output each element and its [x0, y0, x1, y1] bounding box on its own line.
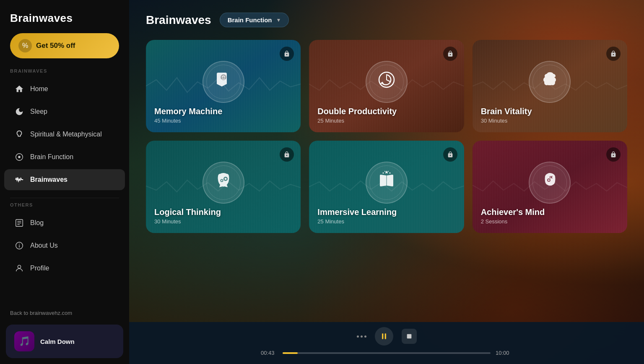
lock-badge-3 [606, 47, 621, 61]
section-label-brainwaves: BRAINWAVES [0, 68, 129, 78]
brain-icon [539, 69, 561, 95]
svg-point-27 [550, 177, 551, 178]
head-settings-icon [539, 170, 561, 196]
info-icon [14, 241, 24, 251]
card-meta-3: 30 Minutes [481, 118, 619, 124]
sidebar-item-profile[interactable]: Profile [4, 258, 125, 279]
page-title: Brainwaves [146, 13, 211, 27]
sidebar-item-home[interactable]: Home [4, 79, 125, 100]
sidebar-item-label-home: Home [30, 85, 48, 93]
chevron-down-icon: ▼ [276, 17, 281, 23]
svg-rect-32 [407, 334, 411, 339]
sidebar-item-blog[interactable]: Blog [4, 212, 125, 233]
dot-3 [364, 335, 366, 338]
card-icon-2 [366, 61, 408, 103]
head-gears-icon [213, 170, 234, 196]
card-name-3: Brain Vitality [481, 107, 619, 116]
player-controls [357, 327, 417, 346]
svg-point-11 [222, 78, 223, 79]
svg-point-9 [18, 265, 21, 268]
profile-icon [14, 263, 24, 273]
card-icon-3 [529, 61, 571, 103]
card-meta-4: 30 Minutes [154, 218, 292, 225]
progress-fill [283, 352, 298, 354]
player-bar: 00:43 10:00 [129, 322, 644, 364]
dot-1 [357, 335, 359, 338]
card-brain-vitality[interactable]: Brain Vitality 30 Minutes [473, 40, 627, 132]
cards-grid: Memory Machine 45 Minutes [146, 40, 627, 233]
pause-button[interactable] [375, 327, 393, 346]
progress-row: 00:43 10:00 [261, 350, 512, 356]
sidebar-item-brainwaves[interactable]: Brainwaves [4, 169, 125, 190]
clock-fast-icon [376, 69, 397, 95]
page-header: Brainwaves Brain Function ▼ [146, 13, 627, 27]
app-title: Brainwaves [10, 12, 119, 25]
card-meta-1: 45 Minutes [154, 118, 292, 124]
promo-button[interactable]: % Get 50% off [10, 33, 119, 58]
sidebar-item-about[interactable]: About Us [4, 235, 125, 256]
svg-rect-30 [382, 333, 383, 339]
blog-icon [14, 218, 24, 228]
card-icon-4 [203, 162, 244, 204]
card-immersive-learning[interactable]: Immersive Learning 25 Minutes [309, 141, 464, 233]
svg-point-12 [224, 78, 225, 79]
card-meta-5: 25 Minutes [317, 218, 455, 225]
mini-player-thumb: 🎵 [14, 331, 34, 351]
card-name-2: Double Productivity [317, 107, 455, 116]
sidebar-item-label-about: About Us [30, 242, 58, 249]
back-link[interactable]: Back to brainwavehz.com [0, 306, 129, 320]
card-name-4: Logical Thinking [154, 207, 292, 217]
card-meta-2: 25 Minutes [317, 118, 455, 124]
sidebar-item-brain-function[interactable]: Brain Function [4, 147, 125, 168]
svg-point-8 [19, 244, 20, 244]
svg-point-23 [389, 173, 390, 174]
promo-label: Get 50% off [36, 42, 75, 50]
spiritual-icon [14, 129, 24, 139]
lock-badge-6 [606, 147, 621, 162]
promo-icon: % [18, 39, 32, 52]
book-brain-icon [213, 70, 234, 94]
book-sparkle-icon [376, 170, 397, 196]
main-content-area: Brainwaves Brain Function ▼ [129, 0, 644, 364]
sidebar-header: Brainwaves [0, 0, 129, 33]
card-memory-machine[interactable]: Memory Machine 45 Minutes [146, 40, 301, 132]
sidebar: Brainwaves % Get 50% off BRAINWAVES Home… [0, 0, 129, 364]
card-logical-thinking[interactable]: Logical Thinking 30 Minutes [146, 141, 301, 233]
sidebar-item-sleep[interactable]: Sleep [4, 101, 125, 122]
current-time: 00:43 [261, 350, 278, 356]
svg-point-29 [548, 179, 550, 181]
stop-button[interactable] [402, 329, 417, 344]
sidebar-item-label-spiritual: Spiritual & Metaphysical [30, 131, 102, 138]
brainwaves-icon [14, 175, 24, 185]
svg-point-22 [382, 173, 384, 174]
sidebar-item-label-profile: Profile [30, 264, 49, 272]
svg-point-1 [18, 156, 21, 158]
card-achievers-mind[interactable]: Achiever's Mind 2 Sessions [473, 141, 627, 233]
svg-point-17 [224, 178, 226, 180]
main-content: Brainwaves Brain Function ▼ [129, 0, 644, 322]
total-time: 10:00 [496, 350, 512, 356]
card-double-productivity[interactable]: Double Productivity 25 Minutes [309, 40, 464, 132]
lock-badge-2 [443, 47, 457, 61]
mini-player[interactable]: 🎵 Calm Down [6, 325, 123, 358]
more-options-button[interactable] [357, 335, 366, 338]
sidebar-bottom: Back to brainwavehz.com 🎵 Calm Down [0, 306, 129, 364]
section-label-others: OTHERS [0, 202, 129, 212]
home-icon [14, 84, 24, 94]
svg-point-19 [221, 180, 223, 181]
svg-line-15 [387, 80, 390, 81]
card-icon-5 [366, 162, 408, 204]
card-icon-6 [529, 162, 571, 204]
divider [10, 198, 119, 198]
sidebar-item-spiritual[interactable]: Spiritual & Metaphysical [4, 124, 125, 145]
svg-point-25 [388, 171, 389, 172]
mini-player-name: Calm Down [40, 338, 75, 345]
category-label: Brain Function [228, 16, 272, 24]
sidebar-item-label-brain-function: Brain Function [30, 153, 73, 161]
sleep-icon [14, 107, 24, 117]
card-meta-6: 2 Sessions [481, 218, 619, 225]
sidebar-item-label-brainwaves: Brainwaves [30, 176, 68, 183]
category-dropdown[interactable]: Brain Function ▼ [220, 13, 289, 27]
progress-bar[interactable] [283, 352, 491, 354]
brain-function-icon [14, 152, 24, 162]
